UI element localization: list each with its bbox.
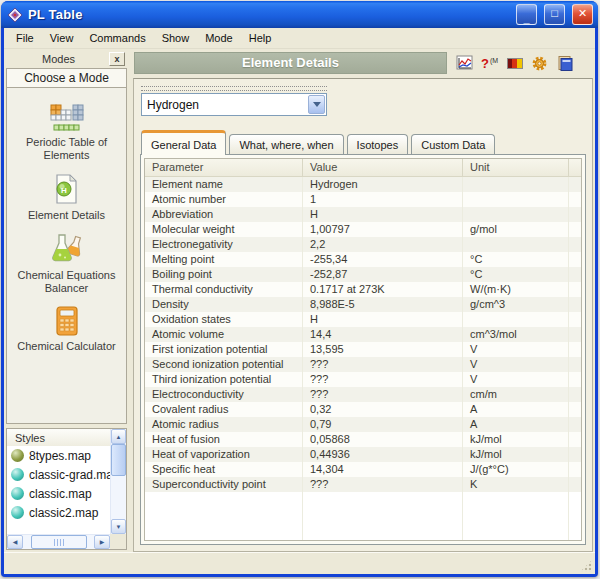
close-panel-icon[interactable]: x	[109, 52, 125, 66]
table-row[interactable]: Abbreviation H	[145, 207, 581, 222]
table-row[interactable]: Atomic volume 14,4 cm^3/mol	[145, 327, 581, 342]
maximize-button[interactable]: □	[544, 4, 565, 25]
cell-parameter: Atomic number	[145, 192, 303, 207]
scroll-down-icon[interactable]: ▼	[111, 519, 126, 534]
close-button[interactable]: ✕	[572, 4, 593, 25]
menu-item[interactable]: Commands	[81, 29, 153, 47]
element-select[interactable]: Hydrogen	[141, 93, 327, 116]
cell-value: 8,988E-5	[303, 297, 463, 312]
table-row[interactable]: Electronegativity 2,2	[145, 237, 581, 252]
cell-spacer	[569, 447, 581, 462]
cell-spacer	[569, 462, 581, 477]
parameters-grid: Parameter Value Unit Element name	[144, 158, 582, 541]
column-header-unit[interactable]: Unit	[463, 159, 569, 176]
element-select-value: Hydrogen	[142, 98, 307, 112]
cell-spacer	[569, 177, 581, 192]
scroll-right-icon[interactable]: ▶	[94, 535, 110, 549]
table-row[interactable]: First ionization potential 13,595 V	[145, 342, 581, 357]
chart-icon[interactable]	[455, 54, 474, 72]
sidebar-item-label: Chemical Calculator	[14, 340, 118, 353]
horizontal-scroll-track-l[interactable]	[23, 535, 31, 549]
vertical-scroll-track[interactable]	[111, 476, 126, 519]
table-row[interactable]: Element name Hydrogen	[145, 177, 581, 192]
tab[interactable]: Isotopes	[347, 134, 409, 154]
element-details-panel: Hydrogen General Data What, where, when …	[133, 78, 593, 552]
sidebar-item-chemical-calculator[interactable]: Chemical Calculator	[14, 306, 118, 353]
table-row[interactable]: Third ionization potential ??? V	[145, 372, 581, 387]
tab[interactable]: General Data	[141, 130, 226, 155]
table-row[interactable]: Heat of vaporization 0,44936 kJ/mol	[145, 447, 581, 462]
cell-unit: kJ/mol	[463, 432, 569, 447]
table-row[interactable]: Oxidation states H	[145, 312, 581, 327]
notebook-icon[interactable]	[555, 54, 574, 72]
sidebar-item-equations-balancer[interactable]: Chemical Equations Balancer	[7, 233, 126, 295]
settings-gear-icon[interactable]	[530, 54, 549, 72]
scroll-up-icon[interactable]: ▲	[111, 429, 126, 444]
table-row[interactable]: Thermal conductivity 0.1717 at 273K W/(m…	[145, 282, 581, 297]
tab[interactable]: Custom Data	[411, 134, 495, 154]
styles-horizontal-scrollbar[interactable]: ◀ ▶	[7, 534, 110, 549]
menu-item[interactable]: View	[42, 29, 82, 47]
cell-value: ???	[303, 477, 463, 492]
table-row[interactable]: Electroconductivity ??? cm/m	[145, 387, 581, 402]
cell-unit: cm^3/mol	[463, 327, 569, 342]
query-language-icon[interactable]: ?(M	[480, 54, 499, 72]
cell-unit: V	[463, 372, 569, 387]
styles-panel: Styles 8types.map c	[6, 428, 127, 550]
minimize-button[interactable]: _	[516, 4, 537, 25]
table-row[interactable]: Covalent radius 0,32 A	[145, 402, 581, 417]
column-header-parameter[interactable]: Parameter	[145, 159, 303, 176]
column-header-value[interactable]: Value	[303, 159, 463, 176]
table-row[interactable]: Second ionization potential ??? V	[145, 357, 581, 372]
cell-value: H	[303, 312, 463, 327]
style-list-item[interactable]: classic-grad.map	[7, 465, 110, 484]
cell-value: 0,79	[303, 417, 463, 432]
table-row[interactable]: Melting point -255,34 °C	[145, 252, 581, 267]
table-row[interactable]: Specific heat 14,304 J/(g*°C)	[145, 462, 581, 477]
style-list-item[interactable]: 8types.map	[7, 446, 110, 465]
menu-item[interactable]: Show	[154, 29, 198, 47]
page-title: Element Details	[134, 52, 447, 74]
cell-value: ???	[303, 357, 463, 372]
cell-unit: J/(g*°C)	[463, 462, 569, 477]
styles-vertical-scrollbar[interactable]: ▲ ▼	[110, 429, 126, 534]
style-list-item[interactable]: classic2.map	[7, 503, 110, 522]
modes-sidebar: Modes x Choose a Mode	[4, 49, 128, 552]
svg-text:H: H	[62, 186, 68, 195]
table-row[interactable]: Molecular weight 1,00797 g/mol	[145, 222, 581, 237]
cell-unit: kJ/mol	[463, 447, 569, 462]
horizontal-scroll-track-r[interactable]	[87, 535, 95, 549]
menu-item[interactable]: Help	[241, 29, 280, 47]
cell-spacer	[569, 417, 581, 432]
cell-unit: K	[463, 477, 569, 492]
table-row[interactable]: Heat of fusion 0,05868 kJ/mol	[145, 432, 581, 447]
sidebar-item-periodic-table[interactable]: Periodic Table of Elements	[7, 102, 126, 162]
table-row[interactable]: Superconductivity point ??? K	[145, 477, 581, 492]
chevron-down-icon	[313, 102, 321, 107]
cell-unit	[463, 312, 569, 327]
horizontal-scroll-thumb[interactable]	[31, 535, 87, 549]
cell-value: 0.1717 at 273K	[303, 282, 463, 297]
tab[interactable]: What, where, when	[229, 134, 343, 154]
style-list-item[interactable]: classic.map	[7, 484, 110, 503]
flag-icon[interactable]	[505, 54, 524, 72]
vertical-scroll-thumb[interactable]	[111, 444, 126, 476]
menu-item[interactable]: Mode	[197, 29, 241, 47]
scroll-left-icon[interactable]: ◀	[7, 535, 23, 549]
table-row[interactable]: Atomic radius 0,79 A	[145, 417, 581, 432]
cell-spacer	[569, 297, 581, 312]
app-window: PL Table _ □ ✕ File View Commands Show M…	[1, 1, 598, 577]
menu-item[interactable]: File	[8, 29, 42, 47]
table-row[interactable]: Atomic number 1	[145, 192, 581, 207]
window-title: PL Table	[28, 7, 509, 22]
cell-unit	[463, 237, 569, 252]
table-row[interactable]: Density 8,988E-5 g/cm^3	[145, 297, 581, 312]
resize-grip[interactable]	[580, 559, 593, 572]
cell-unit: °C	[463, 267, 569, 282]
cell-unit: W/(m·K)	[463, 282, 569, 297]
sidebar-item-element-details[interactable]: H Element Details	[25, 173, 108, 222]
table-row[interactable]: Boiling point -252,87 °C	[145, 267, 581, 282]
dropdown-button[interactable]	[308, 95, 325, 114]
style-name: classic2.map	[29, 506, 98, 520]
focus-rect	[141, 86, 327, 91]
